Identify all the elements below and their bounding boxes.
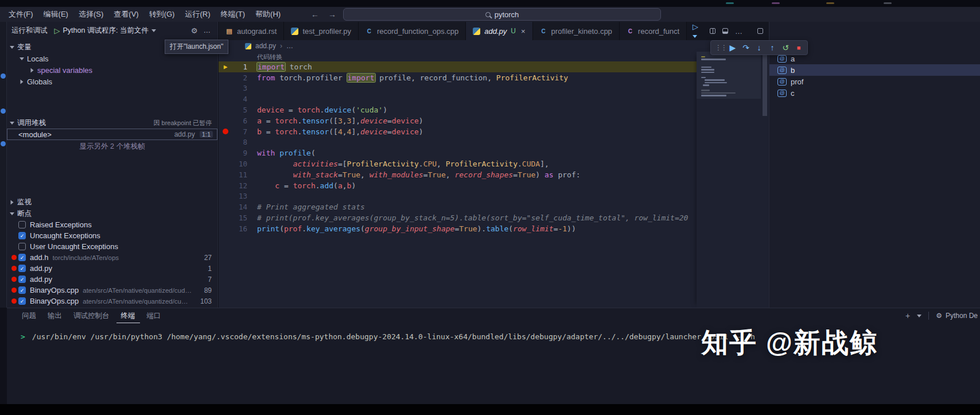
outline-item-b[interactable]: @b	[769, 64, 980, 76]
menu-item[interactable]: 转到(G)	[144, 7, 180, 22]
terminal-profile-entry[interactable]: ⚙ Python De	[936, 312, 978, 320]
run-python-file-button[interactable]: ▷	[693, 22, 703, 40]
code-line[interactable]: 7b = torch.tensor([4,4],device=device)	[219, 126, 697, 137]
code-line[interactable]: 6a = torch.tensor([3,3],device=device)	[219, 115, 697, 126]
breakpoint-row[interactable]: ✓BinaryOps.cppaten/src/ATen/native/quant…	[7, 285, 217, 296]
new-terminal-icon[interactable]: +	[905, 311, 910, 320]
breakpoint-checkbox[interactable]	[18, 221, 26, 228]
step-over-icon[interactable]: ↷	[741, 43, 750, 52]
editor-scrollbar[interactable]	[761, 52, 769, 308]
breakpoint-row[interactable]: ✓BinaryOps.cppaten/src/ATen/native/quant…	[7, 296, 217, 307]
breakpoint-checkbox[interactable]: ✓	[18, 265, 26, 272]
menu-item[interactable]: 查看(V)	[108, 7, 143, 22]
code-line[interactable]: 8	[219, 137, 697, 148]
stop-icon[interactable]: ■	[794, 44, 803, 51]
panel-tab-终端[interactable]: 终端	[116, 309, 140, 323]
gear-icon[interactable]: ⚙	[191, 26, 198, 35]
breakpoint-row[interactable]: Raised Exceptions	[7, 219, 217, 230]
variables-locals[interactable]: Locals	[7, 53, 217, 64]
back-arrow-icon[interactable]: ←	[311, 10, 319, 19]
menu-item[interactable]: 文件(F)	[3, 7, 38, 22]
breakpoint-checkbox[interactable]: ✓	[18, 254, 26, 261]
code-line[interactable]: 9with profile(	[219, 148, 697, 158]
breadcrumb[interactable]: add.py › …	[219, 40, 769, 52]
breakpoint-checkbox[interactable]: ✓	[18, 297, 26, 305]
menu-item[interactable]: 编辑(E)	[38, 7, 73, 22]
breakpoint-checkbox[interactable]: ✓	[18, 276, 26, 283]
forward-arrow-icon[interactable]: →	[328, 10, 336, 19]
code-line[interactable]: ▶1import torch	[219, 61, 697, 72]
more-actions-icon[interactable]: …	[201, 26, 213, 34]
start-debug-icon[interactable]: ▷	[55, 26, 60, 35]
breakpoint-icon[interactable]	[219, 129, 232, 134]
breadcrumb-file[interactable]: add.py	[255, 42, 276, 50]
breakpoint-row[interactable]: ✓Uncaught Exceptions	[7, 230, 217, 241]
code-line[interactable]: 2from torch.profiler import profile, rec…	[219, 72, 697, 83]
breakpoint-row[interactable]: ✓add.htorch/include/ATen/ops27	[7, 252, 217, 263]
layout-icon[interactable]	[722, 28, 728, 34]
tab-autograd.rst[interactable]: ▤autograd.rst	[219, 22, 284, 40]
editor-layout-icon[interactable]	[757, 28, 763, 34]
tab-record_function_ops.cpp[interactable]: Crecord_function_ops.cpp	[359, 22, 466, 40]
debug-config-dropdown[interactable]: ▷ Python 调试程序: 当前文件	[55, 26, 156, 36]
code-line[interactable]: 11 with_stack=True, with_modules=True, r…	[219, 169, 697, 180]
close-icon[interactable]: ×	[520, 27, 526, 36]
tab-profiler_kineto.cpp[interactable]: Cprofiler_kineto.cpp	[533, 22, 620, 40]
breadcrumb-more[interactable]: …	[286, 42, 293, 50]
tab-record_funct[interactable]: Crecord_funct	[620, 22, 687, 40]
panel-tab-端口[interactable]: 端口	[142, 309, 166, 323]
more-actions-icon[interactable]: …	[735, 27, 742, 36]
variables-globals[interactable]: Globals	[7, 76, 217, 87]
watch-section-header[interactable]: 监视	[7, 196, 217, 208]
stack-frame-row[interactable]: <module> add.py 1:1	[7, 129, 217, 140]
menu-item[interactable]: 运行(R)	[180, 7, 215, 22]
run-debug-sidebar: 运行和调试 ▷ Python 调试程序: 当前文件 ⚙ … 变量 Locals …	[7, 22, 218, 308]
breakpoint-checkbox[interactable]	[18, 243, 26, 250]
restart-icon[interactable]: ↺	[781, 43, 790, 52]
tab-test_profiler.py[interactable]: test_profiler.py	[284, 22, 359, 40]
panel-tab-输出[interactable]: 输出	[43, 309, 67, 323]
code-line[interactable]: 13	[219, 191, 697, 202]
minimap[interactable]	[697, 52, 761, 308]
step-into-icon[interactable]: ↓	[755, 43, 764, 52]
code-line[interactable]: 16print(prof.key_averages(group_by_input…	[219, 223, 697, 234]
scrollbar-thumb[interactable]	[763, 53, 767, 116]
code-line[interactable]: 15# print(prof.key_averages(group_by_sta…	[219, 212, 697, 223]
minimap-line	[705, 79, 725, 81]
activity-badge	[1, 108, 6, 114]
show-more-frames-link[interactable]: 显示另外 2 个堆栈帧	[7, 140, 217, 153]
menu-item[interactable]: 终端(T)	[215, 7, 250, 22]
breakpoint-row[interactable]: ✓add.py1	[7, 263, 217, 274]
breakpoint-dot-icon	[9, 277, 18, 282]
breakpoints-section-header[interactable]: 断点	[7, 208, 217, 219]
activity-bar-strip[interactable]	[0, 22, 7, 308]
breakpoint-checkbox[interactable]: ✓	[18, 232, 26, 239]
outline-item-c[interactable]: @c	[769, 87, 980, 99]
debug-current-line-icon[interactable]: ▶	[219, 63, 232, 71]
breakpoint-row[interactable]: ✓add.py7	[7, 274, 217, 285]
command-center-search[interactable]: pytorch	[343, 8, 661, 21]
panel-tab-问题[interactable]: 问题	[17, 309, 41, 323]
breakpoint-label: Raised Exceptions	[30, 220, 92, 229]
breakpoint-row[interactable]: User Uncaught Exceptions	[7, 241, 217, 252]
breakpoint-checkbox[interactable]: ✓	[18, 286, 26, 294]
code-line[interactable]: 14# Print aggregated stats	[219, 201, 697, 212]
menu-item[interactable]: 选择(S)	[73, 7, 108, 22]
outline-item-prof[interactable]: @prof	[769, 76, 980, 87]
continue-icon[interactable]: ▶	[728, 43, 737, 52]
code-line[interactable]: 4	[219, 94, 697, 104]
menu-item[interactable]: 帮助(H)	[250, 7, 286, 22]
chevron-down-icon[interactable]	[917, 315, 921, 317]
codelens-action[interactable]: 代码转换	[219, 52, 697, 61]
code-editor[interactable]: 代码转换 ▶1import torch2from torch.profiler …	[219, 52, 697, 308]
callstack-section-header[interactable]: 调用堆栈 因 breakpoint 已暂停	[7, 117, 217, 129]
code-line[interactable]: 12 c = torch.add(a,b)	[219, 180, 697, 191]
variables-special[interactable]: special variables	[7, 64, 217, 76]
code-line[interactable]: 10 activities=[ProfilerActivity.CPU, Pro…	[219, 158, 697, 169]
step-out-icon[interactable]: ↑	[768, 43, 777, 52]
code-line[interactable]: 3	[219, 83, 697, 94]
tab-add.py[interactable]: add.pyU×	[466, 22, 532, 40]
split-editor-icon[interactable]	[710, 28, 715, 34]
code-line[interactable]: 5device = torch.device('cuda')	[219, 104, 697, 115]
panel-tab-调试控制台[interactable]: 调试控制台	[69, 309, 114, 323]
